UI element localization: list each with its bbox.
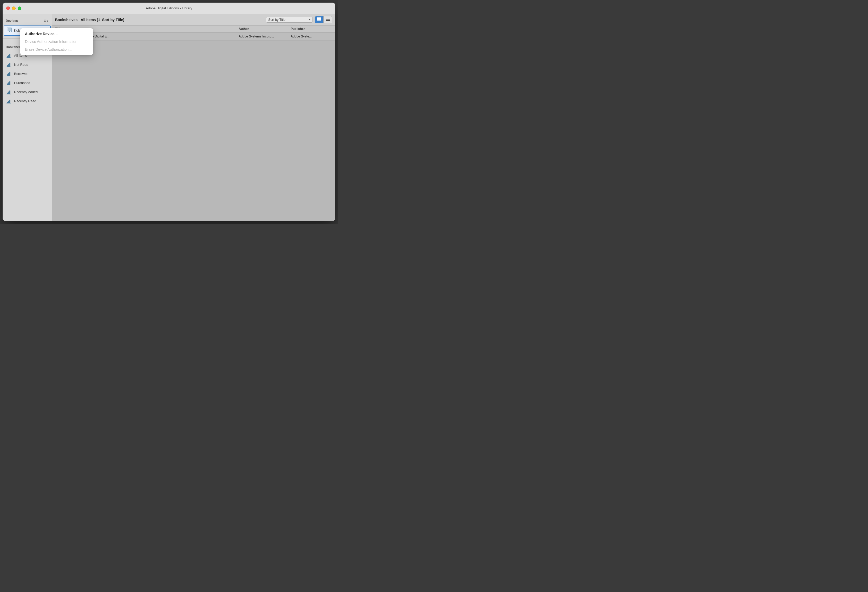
main-content: Devices ⚙ ▾ xyxy=(3,14,335,221)
sort-by-title: Sort by Title xyxy=(102,18,123,22)
all-items-icon xyxy=(6,53,12,58)
list-view-icon xyxy=(326,18,330,22)
svg-rect-5 xyxy=(9,54,10,58)
svg-rect-26 xyxy=(6,103,11,104)
svg-rect-21 xyxy=(9,90,10,94)
cell-author-0: Adobe Systems Incorp... xyxy=(239,35,291,38)
column-publisher-header[interactable]: Publisher xyxy=(291,27,332,31)
purchased-icon xyxy=(6,80,12,85)
sidebar-item-recently-read[interactable]: Recently Read xyxy=(4,96,51,105)
svg-rect-4 xyxy=(8,55,9,58)
column-author-header[interactable]: Author xyxy=(239,27,291,31)
svg-rect-9 xyxy=(9,63,10,67)
traffic-lights xyxy=(6,6,21,10)
window-title: Adobe Digital Editions - Library xyxy=(146,6,192,10)
context-menu: Authorize Device... Device Authorization… xyxy=(20,28,93,55)
main-window: Adobe Digital Editions - Library Devices… xyxy=(3,3,335,221)
sidebar-item-recently-added-label: Recently Added xyxy=(14,90,38,94)
sidebar-item-not-read-label: Not Read xyxy=(14,63,28,67)
titlebar: Adobe Digital Editions - Library xyxy=(3,3,335,14)
panel-title: Bookshelves - All Items (1 Sort by Title… xyxy=(55,18,124,22)
svg-rect-13 xyxy=(9,72,10,76)
tablet-icon xyxy=(7,28,12,34)
menu-item-erase-device-auth: Erase Device Authorization... xyxy=(20,46,93,53)
svg-rect-20 xyxy=(8,92,9,94)
svg-rect-10 xyxy=(6,67,11,67)
gear-chevron: ▾ xyxy=(47,19,48,22)
panel-header: Bookshelves - All Items (1 Sort by Title… xyxy=(52,14,335,25)
gear-icon: ⚙ xyxy=(43,19,47,23)
sort-dropdown-label: Sort by Title xyxy=(268,18,285,22)
table-header: Title ▲ Author Publisher xyxy=(52,25,335,33)
menu-item-device-auth-info: Device Authorization Information xyxy=(20,38,93,46)
svg-rect-1 xyxy=(7,28,11,31)
svg-rect-28 xyxy=(319,18,321,19)
grid-view-icon xyxy=(317,18,321,22)
svg-rect-17 xyxy=(9,81,10,85)
sidebar-item-borrowed[interactable]: Borrowed xyxy=(4,69,51,78)
devices-header: Devices ⚙ ▾ xyxy=(3,17,52,25)
menu-item-authorize-device[interactable]: Authorize Device... xyxy=(20,30,93,38)
sidebar-item-borrowed-label: Borrowed xyxy=(14,72,29,76)
svg-rect-33 xyxy=(326,20,330,21)
devices-label: Devices xyxy=(6,19,18,23)
sidebar-item-purchased-label: Purchased xyxy=(14,81,30,85)
panel-controls: Sort by Title ▾ xyxy=(266,16,332,23)
view-toggle xyxy=(315,16,332,23)
svg-rect-12 xyxy=(8,73,9,76)
maximize-button[interactable] xyxy=(18,6,21,10)
svg-rect-31 xyxy=(326,18,330,18)
sort-dropdown[interactable]: Sort by Title ▾ xyxy=(266,17,313,23)
sidebar-item-not-read[interactable]: Not Read xyxy=(4,60,51,69)
recently-read-icon xyxy=(6,98,12,104)
borrowed-icon xyxy=(6,71,12,76)
svg-rect-30 xyxy=(319,19,321,21)
minimize-button[interactable] xyxy=(12,6,16,10)
svg-rect-29 xyxy=(317,19,319,21)
svg-rect-6 xyxy=(6,58,11,58)
svg-rect-8 xyxy=(8,64,9,67)
devices-gear-button[interactable]: ⚙ ▾ xyxy=(42,18,49,24)
sidebar-item-purchased[interactable]: Purchased xyxy=(4,78,51,87)
sort-chevron-icon: ▾ xyxy=(309,18,310,21)
list-view-button[interactable] xyxy=(323,16,332,23)
sidebar-item-recently-added[interactable]: Recently Added xyxy=(4,87,51,96)
recently-added-icon xyxy=(6,89,12,95)
sidebar-item-recently-read-label: Recently Read xyxy=(14,99,36,103)
svg-rect-25 xyxy=(9,100,10,103)
svg-rect-18 xyxy=(6,85,11,85)
close-button[interactable] xyxy=(6,6,10,10)
svg-rect-16 xyxy=(8,83,9,85)
not-read-icon xyxy=(6,62,12,67)
svg-point-2 xyxy=(9,31,10,32)
svg-rect-14 xyxy=(6,76,11,76)
svg-rect-32 xyxy=(326,19,330,19)
main-panel: Bookshelves - All Items (1 Sort by Title… xyxy=(52,14,335,221)
grid-view-button[interactable] xyxy=(315,16,323,23)
svg-rect-22 xyxy=(6,94,11,95)
table-body: Getting Started with Adobe Digital E... … xyxy=(52,33,335,221)
cell-publisher-0: Adobe Syste... xyxy=(291,35,332,38)
table-row[interactable]: Getting Started with Adobe Digital E... … xyxy=(52,33,335,41)
svg-rect-27 xyxy=(317,18,319,19)
devices-actions: ⚙ ▾ xyxy=(42,18,49,24)
svg-rect-24 xyxy=(8,101,9,103)
